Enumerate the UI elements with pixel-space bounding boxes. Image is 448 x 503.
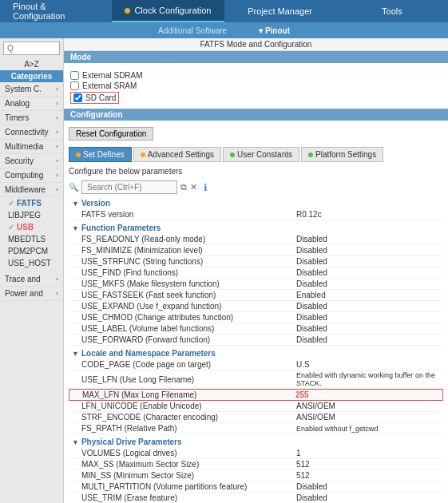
subnav-pinout-label: ▾ Pinout (259, 26, 290, 35)
physical-params-group: ▼ Physical Drive Parameters VOLUMES (Log… (69, 436, 443, 503)
content-area: FATFS Mode and Configuration Mode Extern… (64, 38, 448, 503)
sidebar-item-systemc[interactable]: System C. › (0, 82, 63, 97)
sidebar-item-computing[interactable]: Computing › (0, 168, 63, 183)
clear-icon[interactable]: ✕ (190, 182, 197, 192)
sidebar-item-libjpeg[interactable]: LIBJPEG (0, 209, 63, 221)
parameter-tree: ▼ Version FATFS version R0.12c ▼ Functio… (69, 197, 443, 503)
collapse-icon: ▼ (72, 350, 79, 358)
sidebar-item-timers[interactable]: Timers › (0, 111, 63, 125)
sidebar-item-middleware[interactable]: Middleware › (0, 183, 63, 197)
param-max-ss: MAX_SS (Maximum Sector Size) 512 (69, 459, 443, 470)
tab-user-constants[interactable]: User Constants (223, 147, 299, 162)
mode-section-title: Mode (64, 51, 448, 63)
collapse-icon: ▼ (72, 200, 79, 208)
physical-params-header[interactable]: ▼ Physical Drive Parameters (69, 436, 443, 448)
search-icon: 🔍 (69, 183, 78, 192)
param-strf-encode: STRF_ENCODE (Character encoding) ANSI/OE… (69, 412, 443, 423)
param-fs-rpath: FS_RPATH (Relative Path) Enabled without… (69, 423, 443, 434)
external-sdram-checkbox[interactable] (70, 71, 79, 80)
nav-pinout[interactable]: Pinout & Configuration (0, 0, 112, 22)
sidebar-item-connectivity[interactable]: Connectivity › (0, 125, 63, 140)
config-section: Reset Configuration Set Defines Advanced… (64, 124, 448, 503)
param-use-mkfs: USE_MKFS (Make filesystem function) Disa… (69, 279, 443, 290)
tab-dot-icon (230, 152, 235, 157)
param-fs-readonly: FS_READONLY (Read-only mode) Disabled (69, 234, 443, 245)
tab-dot-icon (76, 152, 81, 157)
sidebar-item-fatfs[interactable]: ✓ FATFS (0, 197, 63, 209)
params-label: Configure the below parameters (69, 165, 443, 177)
nav-pinout-label: Pinout & Configuration (13, 2, 99, 21)
param-use-lfn: USE_LFN (Use Long Filename) Enabled with… (69, 370, 443, 389)
sidebar-item-analog[interactable]: Analog › (0, 97, 63, 111)
chevron-icon: › (56, 100, 58, 107)
copy-icon[interactable]: ⧉ (180, 182, 187, 192)
subnav-additional[interactable]: Additional Software (158, 26, 227, 35)
chevron-icon: › (56, 114, 58, 121)
param-max-lfn: MAX_LFN (Max Long Filename) 255 (69, 389, 443, 401)
tab-dot-icon (141, 152, 145, 157)
sidebar-categories: Categories (0, 70, 63, 82)
nav-tools[interactable]: Tools (336, 0, 448, 22)
content-header: FATFS Mode and Configuration (64, 38, 448, 51)
function-params-header[interactable]: ▼ Function Parameters (69, 222, 443, 234)
subnav-additional-label: Additional Software (158, 26, 227, 35)
sidebar-az[interactable]: A>Z (0, 58, 63, 70)
main-layout: A>Z Categories System C. › Analog › Time… (0, 38, 448, 503)
locale-params-header[interactable]: ▼ Locale and Namespace Parameters (69, 347, 443, 359)
clock-dot-icon (125, 8, 130, 14)
nav-clock[interactable]: Clock Configuration (112, 0, 224, 22)
param-code-page: CODE_PAGE (Code page on target) U.S (69, 359, 443, 370)
chevron-icon: › (56, 157, 58, 164)
sidebar-item-security[interactable]: Security › (0, 154, 63, 168)
tabs-bar: Set Defines Advanced Settings User Const… (69, 147, 443, 162)
function-params-group: ▼ Function Parameters FS_READONLY (Read-… (69, 222, 443, 346)
param-use-find: USE_FIND (Find functions) Disabled (69, 267, 443, 279)
tab-dot-icon (308, 152, 313, 157)
checkbox-sd-card: SD Card (70, 92, 442, 104)
nav-clock-label: Clock Configuration (134, 6, 211, 15)
param-multi-partition: MULTI_PARTITION (Volume partitions featu… (69, 481, 443, 493)
checkbox-external-sdram: External SDRAM (70, 71, 442, 80)
params-search-input[interactable] (81, 180, 177, 194)
sd-card-checkbox[interactable] (73, 93, 82, 102)
check-icon: ✓ (8, 200, 14, 208)
collapse-icon: ▼ (72, 224, 79, 232)
chevron-icon: › (56, 129, 58, 136)
sidebar-item-usb[interactable]: ✓ USB (0, 221, 63, 233)
top-navigation: Pinout & Configuration Clock Configurati… (0, 0, 448, 22)
param-fs-minimize: FS_MINIMIZE (Minimization level) Disable… (69, 245, 443, 256)
checkbox-external-sram: External SRAM (70, 81, 442, 90)
sidebar-item-power[interactable]: Power and › (0, 287, 63, 301)
check-icon: ✓ (8, 224, 14, 232)
param-use-forward: USE_FORWARD (Forward function) Disabled (69, 335, 443, 346)
param-use-fastseek: USE_FASTSEEK (Fast seek function) Enable… (69, 290, 443, 301)
param-min-ss: MIN_SS (Minimum Sector Size) 512 (69, 470, 443, 481)
chevron-icon: › (56, 172, 58, 179)
nav-tools-label: Tools (382, 6, 402, 16)
nav-project-label: Project Manager (248, 6, 312, 16)
reset-config-button[interactable]: Reset Configuration (69, 127, 153, 141)
tab-platform-settings[interactable]: Platform Settings (301, 147, 383, 162)
collapse-icon: ▼ (72, 438, 79, 446)
locale-params-group: ▼ Locale and Namespace Parameters CODE_P… (69, 347, 443, 434)
sidebar-item-trace[interactable]: Trace and › (0, 272, 63, 287)
sidebar-item-mbedtls[interactable]: MBEDTLS (0, 233, 63, 245)
tab-advanced-settings[interactable]: Advanced Settings (133, 147, 221, 162)
param-use-label: USE_LABEL (Volume label functions) Disab… (69, 323, 443, 335)
sidebar-item-multimedia[interactable]: Multimedia › (0, 140, 63, 154)
sidebar-item-usehost[interactable]: USE_HOST (0, 257, 63, 269)
info-icon[interactable]: ℹ (204, 182, 208, 193)
sidebar-search-input[interactable] (3, 42, 60, 55)
nav-project[interactable]: Project Manager (224, 0, 336, 22)
subnav-pinout[interactable]: ▾ Pinout (259, 26, 290, 35)
config-section-title: Configuration (64, 109, 448, 121)
sidebar-item-pdm2pcm[interactable]: PDM2PCM (0, 245, 63, 257)
version-group-header[interactable]: ▼ Version (69, 197, 443, 209)
chevron-icon: › (56, 275, 58, 283)
chevron-icon: › (56, 85, 58, 93)
param-use-strfunc: USE_STRFUNC (String functions) Disabled (69, 256, 443, 267)
external-sram-checkbox[interactable] (70, 81, 79, 90)
param-use-expand: USE_EXPAND (Use f_expand function) Disab… (69, 301, 443, 312)
tab-set-defines[interactable]: Set Defines (69, 147, 132, 162)
search-bar: 🔍 ⧉ ✕ ℹ (69, 180, 443, 194)
